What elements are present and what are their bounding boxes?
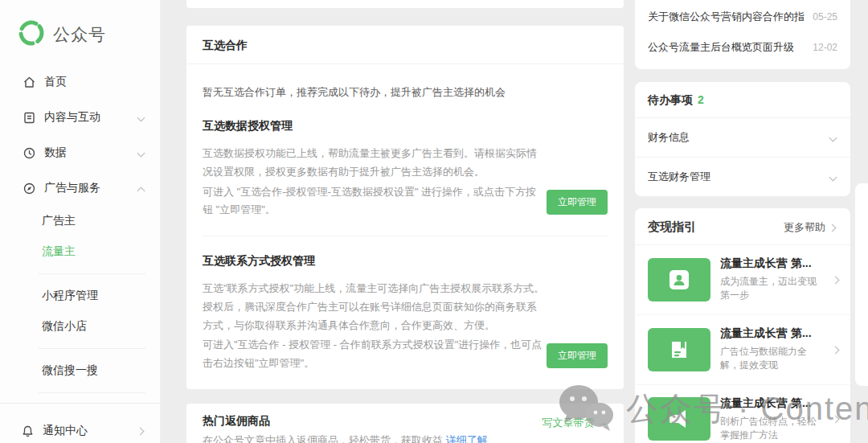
official-account-logo-icon: [18, 19, 45, 50]
sidebar-item-home[interactable]: 首页: [0, 64, 160, 100]
book-icon: [648, 328, 710, 371]
section-action: 立即管理: [547, 254, 608, 373]
chevron-down-icon: [137, 113, 145, 121]
section-body: 互选"联系方式授权"功能上线，流量主可选择向广告主授权展示联系方式。授权后，腾讯…: [203, 280, 547, 334]
card-header: 热门返佣商品 在公众号文章中插入返佣商品，轻松带货，获取收益 详细了解 写文章带…: [186, 404, 624, 443]
section-body: 可进入 "互选合作-授权管理-互选数据授权设置" 进行操作，或点击下方按钮 "立…: [203, 183, 547, 220]
course-title: 流量主成长营 第...: [720, 326, 823, 341]
section-text: 互选联系方式授权管理 互选"联系方式授权"功能上线，流量主可选择向广告主授权展示…: [203, 254, 547, 373]
section-body: 可进入"互选合作 - 授权管理 - 合作前联系方式授权设置"进行操作，也可点击右…: [203, 336, 547, 373]
sidebar-item-label: 首页: [44, 75, 145, 89]
sidebar-subitem-wechat-store[interactable]: 微信小店: [0, 311, 160, 342]
course-item-1[interactable]: 流量主成长营 第... 成为流量主，迈出变现第一步: [635, 245, 850, 315]
chevron-down-icon: [137, 149, 145, 157]
course-title: 流量主成长营 第...: [720, 256, 823, 271]
manage-now-button[interactable]: 立即管理: [547, 343, 608, 368]
card-header: 互选合作: [186, 26, 624, 64]
divider: [203, 236, 608, 236]
card-subtitle: 在公众号文章中插入返佣商品，轻松带货，获取收益 详细了解: [203, 433, 542, 443]
course-desc: 剖析广告位特点，轻松掌握推广方法: [720, 415, 823, 443]
contact-authorization-section: 互选联系方式授权管理 互选"联系方式授权"功能上线，流量主可选择向广告主授权展示…: [203, 254, 608, 373]
chevron-right-icon: [137, 427, 145, 435]
previous-card-edge: [186, 0, 624, 8]
document-icon: [23, 111, 36, 125]
todo-row-mutual-finance[interactable]: 互选财务管理: [635, 157, 850, 196]
todo-title: 待办事项: [648, 93, 693, 106]
sidebar-item-ads-services[interactable]: 广告与服务: [0, 170, 160, 206]
announcement-title: 关于微信公众号营销内容合作的指引: [648, 10, 805, 24]
sidebar-item-label: 内容与互动: [44, 110, 129, 125]
scrollbar[interactable]: [855, 183, 868, 386]
announcement-item[interactable]: 关于微信公众号营销内容合作的指引 05-25: [648, 2, 837, 32]
commission-products-card: 热门返佣商品 在公众号文章中插入返佣商品，轻松带货，获取收益 详细了解 写文章带…: [186, 404, 624, 443]
chevron-up-icon: [137, 184, 145, 192]
announcement-date: 12-02: [813, 42, 837, 53]
section-text: 互选数据授权管理 互选数据授权功能已上线，帮助流量主被更多广告主看到。请根据实际…: [203, 119, 547, 219]
course-item-3[interactable]: 流量主成长营 第... 剖析广告位特点，轻松掌握推广方法: [635, 385, 850, 443]
course-item-2[interactable]: 流量主成长营 第... 广告位与数据能力全解，提效变现: [635, 315, 850, 385]
divider: [39, 392, 145, 393]
home-icon: [23, 76, 36, 89]
guide-title: 变现指引: [648, 219, 784, 235]
course-desc: 成为流量主，迈出变现第一步: [720, 275, 823, 303]
guide-header: 变现指引 更多帮助: [635, 208, 850, 245]
divider: [39, 348, 145, 349]
sidebar-item-label: 数据: [44, 146, 129, 160]
todo-row-finance-info[interactable]: 财务信息: [635, 118, 850, 157]
subtitle-text: 在公众号文章中插入返佣商品，轻松带货，获取收益: [203, 434, 443, 443]
sidebar-item-data[interactable]: 数据: [0, 135, 160, 170]
announcement-item[interactable]: 公众号流量主后台概览页面升级 12-02: [648, 32, 837, 63]
announcement-date: 05-25: [813, 11, 837, 23]
row-label: 互选财务管理: [648, 170, 829, 184]
id-card-icon: [648, 258, 710, 301]
bell-icon: [21, 425, 35, 438]
card-title: 互选合作: [203, 39, 248, 51]
sidebar-subitem-miniprogram[interactable]: 小程序管理: [0, 281, 160, 311]
mutual-cooperation-card: 互选合作 暂无互选合作订单，推荐完成以下待办，提升被广告主选择的机会 互选数据授…: [186, 26, 624, 389]
card-title: 热门返佣商品: [203, 414, 542, 429]
chevron-right-icon: [833, 415, 841, 423]
announcement-title: 公众号流量主后台概览页面升级: [648, 40, 805, 55]
compass-icon: [23, 182, 36, 195]
chevron-right-icon: [833, 276, 841, 284]
sidebar-item-label: 通知中心: [43, 424, 129, 438]
megaphone-icon: [648, 397, 710, 441]
chevron-right-icon: [829, 224, 837, 232]
sidebar-subitem-wechat-search[interactable]: 微信搜一搜: [0, 355, 160, 386]
section-title: 互选联系方式授权管理: [203, 254, 547, 269]
announcements-card: 关于微信公众号营销内容合作的指引 05-25 公众号流量主后台概览页面升级 12…: [635, 0, 850, 69]
manage-now-button[interactable]: 立即管理: [547, 190, 608, 215]
sidebar-item-content[interactable]: 内容与互动: [0, 100, 160, 135]
more-help-label: 更多帮助: [784, 220, 825, 235]
todo-header: 待办事项2: [635, 82, 850, 118]
divider: [39, 273, 145, 274]
todo-card: 待办事项2 财务信息 互选财务管理: [635, 82, 850, 196]
sidebar-item-label: 广告与服务: [44, 181, 129, 195]
more-help-link[interactable]: 更多帮助: [784, 220, 837, 235]
app-title: 公众号: [53, 23, 106, 46]
header-text: 热门返佣商品 在公众号文章中插入返佣商品，轻松带货，获取收益 详细了解: [203, 414, 542, 443]
chevron-down-icon: [829, 133, 837, 142]
learn-more-link[interactable]: 详细了解: [446, 434, 488, 443]
sidebar-item-notification-center[interactable]: 通知中心: [0, 413, 160, 443]
section-title: 互选数据授权管理: [203, 119, 547, 133]
monetization-guide-card: 变现指引 更多帮助 流量主成长营 第... 成为流量主，迈出变现第一步 流量主成…: [635, 208, 850, 443]
section-action: 立即管理: [547, 119, 608, 219]
sidebar-subitem-traffic-owner[interactable]: 流量主: [0, 236, 160, 267]
todo-count-badge: 2: [698, 93, 704, 106]
row-label: 财务信息: [648, 130, 829, 145]
write-article-link[interactable]: 写文章带货 →: [542, 414, 608, 443]
course-title: 流量主成长营 第...: [720, 396, 823, 411]
course-desc: 广告位与数据能力全解，提效变现: [720, 345, 823, 373]
data-authorization-section: 互选数据授权管理 互选数据授权功能已上线，帮助流量主被更多广告主看到。请根据实际…: [203, 119, 608, 219]
coop-intro-text: 暂无互选合作订单，推荐完成以下待办，提升被广告主选择的机会: [203, 85, 608, 100]
course-text: 流量主成长营 第... 剖析广告位特点，轻松掌握推广方法: [720, 396, 823, 443]
sidebar-subitem-advertiser[interactable]: 广告主: [0, 206, 160, 236]
course-text: 流量主成长营 第... 成为流量主，迈出变现第一步: [720, 256, 823, 303]
chevron-right-icon: [833, 346, 841, 354]
clock-icon: [23, 146, 36, 160]
main-content: 互选合作 暂无互选合作订单，推荐完成以下待办，提升被广告主选择的机会 互选数据授…: [186, 0, 624, 443]
right-panel: 关于微信公众号营销内容合作的指引 05-25 公众号流量主后台概览页面升级 12…: [635, 0, 850, 443]
section-body: 互选数据授权功能已上线，帮助流量主被更多广告主看到。请根据实际情况设置权限，授权…: [203, 145, 547, 182]
app-logo: 公众号: [0, 0, 160, 64]
